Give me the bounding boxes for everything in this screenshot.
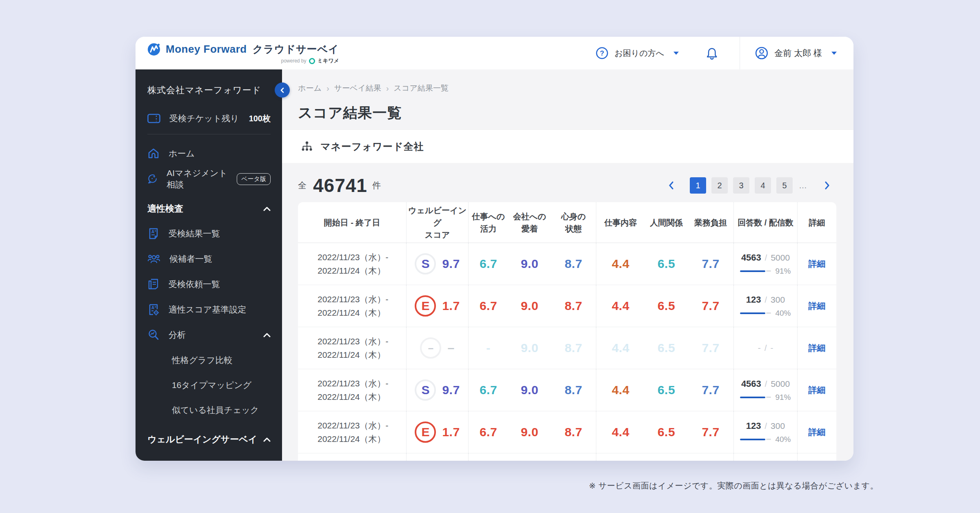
workload-score: 7.7: [702, 257, 719, 271]
app-logo[interactable]: Money Forward クラウドサーベイ powered by ミキワメ: [147, 42, 339, 65]
workload-cell: 7.7: [688, 327, 733, 369]
notifications-button[interactable]: [705, 46, 718, 60]
work-vitality-cell: 6.7: [468, 369, 508, 411]
mind-body-condition-score: 8.7: [564, 425, 582, 439]
pagination-page-1[interactable]: 1: [690, 177, 706, 194]
breadcrumb-survey-results[interactable]: サーベイ結果: [334, 83, 381, 94]
work-vitality-cell: 6.7: [468, 285, 508, 327]
topbar: Money Forward クラウドサーベイ powered by ミキワメ ?…: [136, 37, 853, 69]
work-vitality-score: 6.7: [480, 425, 497, 439]
detail-link[interactable]: 詳細: [809, 426, 826, 438]
pagination-next-button[interactable]: [820, 181, 835, 190]
response-counts: 123 / 300: [746, 421, 785, 431]
delivered-count: 5000: [771, 253, 790, 263]
sidebar-subitem-16type-mapping[interactable]: 16タイプマッピング: [147, 372, 271, 397]
pagination-page-4[interactable]: 4: [755, 177, 771, 194]
sidebar-section-aptitude[interactable]: 適性検査: [147, 196, 271, 221]
response-counts: 4563 / 5000: [741, 252, 790, 263]
bell-icon: [705, 46, 718, 60]
user-menu[interactable]: 金前 太郎 様: [740, 37, 853, 69]
sidebar-item-ai-management[interactable]: AIマネジメント相談 ベータ版: [147, 166, 271, 192]
pagination-page-3[interactable]: 3: [733, 177, 749, 194]
response-rate-row: 40%: [740, 435, 791, 444]
slash-separator: /: [765, 253, 767, 263]
pagination-prev-button[interactable]: [664, 181, 679, 190]
sidebar-item-candidates[interactable]: 候補者一覧: [147, 246, 271, 272]
sidebar-item-exam-requests[interactable]: 受検依頼一覧: [147, 272, 271, 297]
response-counts: 123 / 300: [746, 294, 785, 305]
breadcrumb: ホーム › サーベイ結果 › スコア結果一覧: [282, 69, 853, 94]
wellbeing-score-cell: S 9.7: [406, 243, 468, 285]
col-header-work-vitality: 仕事への 活力: [468, 202, 508, 243]
ai-chat-icon: [147, 173, 158, 185]
score-table-card: 開始日 - 終了日 ウェルビーイング スコア 仕事への 活力 会社への 愛着 心…: [298, 202, 836, 461]
mind-body-condition-cell: 8.7: [551, 369, 596, 411]
sidebar-subitem-similar-employee[interactable]: 似ている社員チェック: [147, 397, 271, 422]
work-vitality-cell: -: [468, 327, 508, 369]
pagination-page-2[interactable]: 2: [711, 177, 728, 194]
company-attachment-score: 9.0: [521, 341, 538, 355]
date-start: 2022/11/23（水）-: [318, 377, 389, 390]
job-content-cell: 4.4: [596, 453, 645, 461]
sidebar-divider: [147, 134, 271, 134]
page-title: スコア結果一覧: [298, 103, 853, 123]
slash-separator: /: [764, 343, 767, 353]
job-content-score: 4.4: [612, 383, 629, 397]
workload-score: 7.7: [702, 341, 719, 355]
detail-cell: 詳細: [797, 327, 836, 369]
help-menu[interactable]: ? お困りの方へ: [596, 47, 679, 60]
wellbeing-score-cell: E 1.7: [406, 411, 468, 453]
detail-link[interactable]: 詳細: [809, 342, 826, 354]
detail-cell: 詳細: [797, 285, 836, 327]
col-header-job-content: 仕事内容: [596, 202, 645, 243]
company-attachment-score: 9.0: [521, 299, 538, 313]
detail-cell: 詳細: [797, 453, 836, 461]
work-vitality-score: 6.7: [480, 299, 497, 313]
sidebar-item-analysis[interactable]: 分析: [147, 322, 271, 348]
documents-icon: [147, 278, 160, 290]
work-vitality-cell: -: [468, 453, 508, 461]
wellbeing-score: 9.7: [442, 257, 460, 271]
responses-cell: 123 / 300 40%: [733, 411, 797, 453]
wellbeing-score-cell: – –: [406, 327, 468, 369]
pagination-page-5[interactable]: 5: [776, 177, 793, 194]
response-rate-row: 91%: [740, 393, 791, 402]
sidebar-item-exam-results[interactable]: A⁺ 受検結果一覧: [147, 221, 271, 246]
wellbeing-score-cell: S 9.7: [406, 369, 468, 411]
pagination: 1 2 3 4 5 …: [664, 177, 835, 194]
date-end: 2022/11/24（木）: [318, 432, 389, 446]
detail-link[interactable]: 詳細: [809, 258, 826, 270]
human-relations-cell: 6.5: [645, 453, 688, 461]
breadcrumb-separator: ›: [386, 84, 389, 93]
sidebar-subitem-personality-graph[interactable]: 性格グラフ比較: [147, 348, 271, 372]
detail-link[interactable]: 詳細: [809, 384, 826, 396]
slash-separator: /: [765, 379, 767, 389]
response-rate: 40%: [775, 435, 791, 444]
org-selector[interactable]: マネーフォワード全社: [282, 129, 853, 163]
company-attachment-cell: 9.0: [508, 411, 551, 453]
detail-link[interactable]: 詳細: [809, 300, 826, 312]
total-suffix: 件: [372, 180, 381, 191]
ticket-value: 100枚: [249, 113, 271, 124]
document-result-icon: A⁺: [147, 228, 160, 240]
breadcrumb-home[interactable]: ホーム: [298, 83, 322, 94]
mind-body-condition-score: 8.7: [564, 341, 582, 355]
response-rate-bar: [740, 312, 771, 314]
col-header-detail: 詳細: [797, 202, 836, 243]
sidebar-section-wellbeing[interactable]: ウェルビーイングサーベイ: [147, 427, 271, 452]
work-vitality-score: -: [486, 341, 491, 355]
sidebar-item-home[interactable]: ホーム: [147, 141, 271, 166]
response-counts: 4563 / 5000: [741, 379, 790, 389]
job-content-score: 4.4: [612, 299, 629, 313]
slash-separator: /: [765, 422, 767, 431]
logo-row: Money Forward クラウドサーベイ: [147, 42, 339, 56]
sidebar-item-label: ホーム: [169, 148, 195, 159]
mind-body-condition-cell: 8.7: [551, 285, 596, 327]
response-rate-row: 91%: [740, 267, 791, 276]
answered-count: -: [758, 343, 761, 353]
beta-badge: ベータ版: [237, 173, 271, 185]
sidebar-item-score-criteria[interactable]: A⁺ 適性スコア基準設定: [147, 297, 271, 322]
col-header-human-relations: 人間関係: [645, 202, 688, 243]
sidebar-collapse-button[interactable]: [275, 83, 290, 98]
human-relations-cell: 6.5: [645, 243, 688, 285]
